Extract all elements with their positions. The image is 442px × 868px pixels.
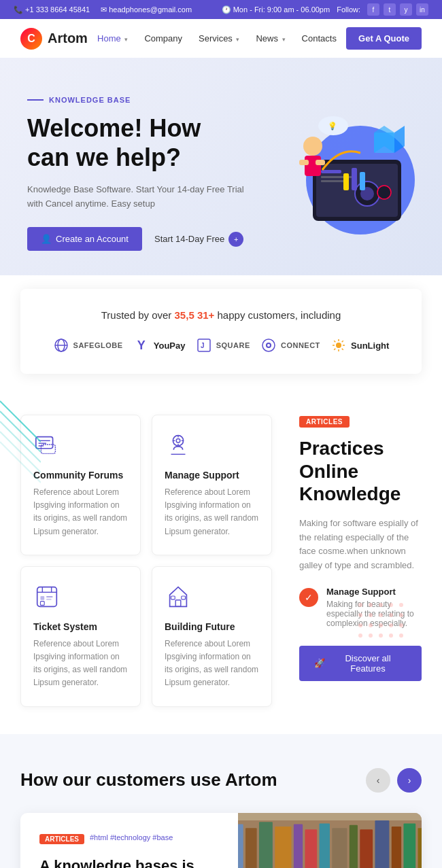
trust-text: Trusted by over 35,5 31+ happy customers…: [48, 309, 394, 321]
svg-rect-62: [46, 599, 52, 600]
ticket-system-card: Ticket System Reference about Lorem Ipsg…: [20, 566, 141, 707]
next-button[interactable]: ›: [397, 768, 422, 793]
header: C Artom Home ▾ Company Services ▾ News ▾…: [0, 19, 442, 58]
svg-rect-11: [360, 172, 365, 190]
svg-point-28: [267, 344, 270, 347]
top-bar-left: 📞 +1 333 8664 45841 ✉ headphones@gmail.c…: [14, 5, 192, 14]
building-future-icon: [165, 583, 259, 613]
svg-point-79: [369, 623, 373, 627]
svg-rect-59: [40, 596, 44, 600]
svg-rect-4: [321, 176, 355, 178]
hero-title: Welcome! How can we help?: [27, 114, 245, 172]
svg-point-8: [377, 186, 391, 199]
safeglobe-icon: [53, 337, 69, 353]
svg-line-34: [334, 341, 335, 342]
building-future-title: Building Future: [165, 621, 259, 632]
svg-point-73: [358, 613, 362, 617]
nav-home[interactable]: Home ▾: [97, 33, 128, 44]
svg-rect-97: [320, 823, 330, 868]
svg-line-37: [334, 349, 335, 350]
create-account-button[interactable]: 👤 Create an Account: [27, 227, 142, 251]
svg-rect-92: [245, 828, 257, 868]
building-future-desc: Reference about Lorem Ipsgiving informat…: [165, 638, 259, 690]
svg-point-80: [379, 623, 383, 627]
svg-line-38: [0, 401, 41, 442]
trust-logos: SAFEGLOBE Y YouPay J SQUARE: [48, 337, 394, 353]
svg-line-39: [0, 411, 41, 452]
card-badges-row: ARTICLES #html #technology #base: [39, 833, 219, 851]
svg-point-77: [399, 613, 403, 617]
youpay-icon: Y: [133, 337, 150, 353]
customers-title: How our customers use Artom: [20, 769, 277, 791]
svg-rect-99: [350, 824, 358, 868]
hero-label: KNOWLEDGE BASE: [27, 96, 245, 104]
carousel-nav: ‹ ›: [366, 768, 422, 793]
svg-point-72: [399, 603, 403, 607]
square-logo: J SQUARE: [196, 337, 250, 353]
svg-point-12: [303, 137, 322, 156]
logo-text: Artom: [48, 31, 88, 46]
svg-rect-104: [418, 828, 422, 868]
hero-section: KNOWLEDGE BASE Welcome! How can we help?…: [0, 58, 442, 275]
svg-rect-101: [375, 820, 389, 868]
customers-header: How our customers use Artom ‹ ›: [20, 768, 422, 793]
svg-point-87: [399, 633, 403, 638]
svg-point-70: [379, 603, 383, 607]
safeglobe-logo: SAFEGLOBE: [53, 337, 123, 353]
nav-news[interactable]: News ▾: [256, 33, 285, 44]
svg-text:💡: 💡: [328, 121, 337, 131]
manage-support-title: Manage Support: [165, 470, 259, 481]
svg-point-85: [379, 633, 383, 638]
svg-rect-102: [392, 826, 401, 868]
start-trial-button[interactable]: Start 14-Day Free +: [154, 232, 243, 247]
prev-button[interactable]: ‹: [366, 768, 390, 793]
svg-point-83: [358, 633, 362, 638]
trust-count: 35,5 31+: [175, 309, 215, 321]
svg-point-49: [176, 438, 180, 442]
practices-desc: Making for software espially of the rela…: [299, 517, 422, 573]
svg-point-81: [389, 623, 393, 627]
youpay-logo: Y YouPay: [133, 337, 186, 353]
hours-info: 🕐 Mon - Fri: 9:00 am - 06.00pm: [222, 5, 330, 14]
twitter-icon[interactable]: t: [384, 3, 396, 16]
get-quote-button[interactable]: Get A Quote: [346, 27, 422, 50]
linkedin-icon[interactable]: in: [416, 3, 428, 16]
svg-rect-9: [343, 173, 349, 190]
features-left: Community Forums Reference about Lorem I…: [20, 415, 272, 707]
youtube-icon[interactable]: y: [400, 3, 412, 16]
testimonial-image: [238, 813, 422, 869]
decorative-stripe: [0, 387, 41, 523]
follow-label: Follow:: [337, 5, 360, 14]
svg-point-29: [336, 343, 341, 348]
hero-left: KNOWLEDGE BASE Welcome! How can we help?…: [27, 96, 245, 251]
trust-section: Trusted by over 35,5 31+ happy customers…: [20, 289, 422, 374]
user-icon: 👤: [41, 234, 52, 244]
building-future-card: Building Future Reference about Lorem Ip…: [152, 566, 272, 707]
nav-company[interactable]: Company: [144, 33, 182, 44]
svg-line-42: [0, 442, 41, 483]
testimonial-photo: [238, 813, 422, 869]
svg-point-74: [369, 613, 373, 617]
top-bar: 📞 +1 333 8664 45841 ✉ headphones@gmail.c…: [0, 0, 442, 19]
svg-point-86: [389, 633, 393, 638]
top-bar-right: 🕐 Mon - Fri: 9:00 am - 06.00pm Follow: f…: [222, 3, 428, 16]
svg-line-40: [0, 421, 41, 462]
nav-services[interactable]: Services ▾: [199, 33, 239, 44]
svg-line-41: [0, 432, 41, 472]
manage-support-card: Manage Support Reference about Lorem Ips…: [152, 415, 272, 555]
check-icon: ✓: [299, 588, 318, 607]
svg-rect-61: [46, 596, 53, 597]
connect-icon: [260, 337, 277, 353]
nav-contacts[interactable]: Contacts: [302, 33, 337, 44]
manage-support-icon: [165, 432, 259, 462]
features-grid: Community Forums Reference about Lorem I…: [20, 415, 272, 707]
hero-illustration: 💡: [245, 92, 415, 255]
sunlight-icon: [330, 337, 347, 353]
testimonial-left: ARTICLES #html #technology #base A knowl…: [20, 813, 238, 869]
manage-support-feature-title: Manage Support: [326, 587, 422, 597]
svg-point-71: [389, 603, 393, 607]
svg-rect-10: [352, 168, 357, 190]
svg-rect-96: [305, 829, 317, 868]
rocket-icon: 🚀: [314, 658, 325, 668]
facebook-icon[interactable]: f: [367, 3, 379, 16]
